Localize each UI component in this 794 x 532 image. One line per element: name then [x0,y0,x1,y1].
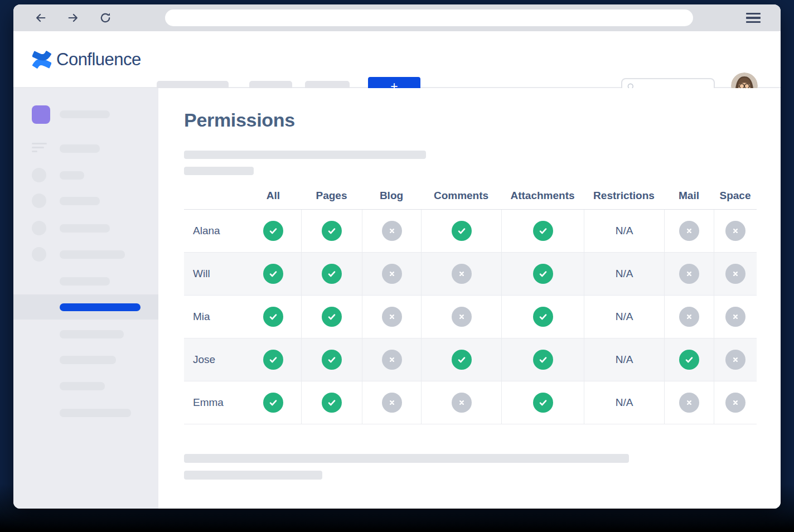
permission-cell [362,338,421,381]
permission-granted-icon[interactable] [533,393,553,413]
permission-denied-icon[interactable] [679,307,699,327]
permission-cell [664,381,714,424]
sidebar-item-placeholder[interactable] [60,144,100,153]
text-placeholder [184,454,629,463]
sidebar-item-placeholder[interactable] [60,277,110,286]
menu-icon [746,13,761,14]
permission-denied-icon[interactable] [725,350,745,370]
permission-denied-icon[interactable] [452,393,472,413]
permission-granted-icon[interactable] [533,307,553,327]
permission-cell [362,253,421,295]
browser-menu-button[interactable] [745,9,762,26]
permission-granted-icon[interactable] [533,264,553,284]
na-label: N/A [616,354,633,366]
permission-cell [245,253,301,295]
permission-cell [301,296,362,338]
permission-granted-icon[interactable] [263,350,283,370]
permission-granted-icon[interactable] [533,221,553,241]
menu-icon [746,21,761,23]
permission-granted-icon[interactable] [263,264,283,284]
column-header-attachments: Attachments [501,190,584,202]
permission-granted-icon[interactable] [322,393,342,413]
permission-granted-icon[interactable] [322,264,342,284]
refresh-icon [99,12,112,24]
permission-denied-icon[interactable] [382,350,402,370]
arrow-right-icon [67,12,79,24]
permission-cell [421,338,501,381]
permission-cell: N/A [584,338,664,381]
permission-granted-icon[interactable] [322,221,342,241]
permission-denied-icon[interactable] [679,221,699,241]
brand-wordmark: Confluence [56,50,141,70]
sidebar-item-placeholder[interactable] [60,356,116,364]
permission-granted-icon[interactable] [452,221,472,241]
permission-cell [301,253,362,295]
forward-button[interactable] [65,9,81,26]
permission-granted-icon[interactable] [263,307,283,327]
permission-denied-icon[interactable] [382,393,402,413]
sidebar-item-placeholder[interactable] [60,224,110,233]
table-row: AlanaN/A [184,210,757,253]
permission-denied-icon[interactable] [679,264,699,284]
permission-denied-icon[interactable] [452,264,472,284]
permission-denied-icon[interactable] [452,307,472,327]
url-bar[interactable] [165,9,693,26]
active-item-highlight [60,303,141,311]
column-header-all: All [245,190,301,202]
permission-denied-icon[interactable] [725,264,745,284]
confluence-logo[interactable]: Confluence [32,50,141,70]
permission-granted-icon[interactable] [679,350,699,370]
permission-cell [245,381,301,424]
sidebar-item-placeholder[interactable] [60,250,125,259]
permission-denied-icon[interactable] [679,393,699,413]
permission-cell [714,253,757,295]
permission-denied-icon[interactable] [382,221,402,241]
refresh-button[interactable] [97,9,114,26]
back-button[interactable] [32,9,49,26]
permission-cell [362,381,421,424]
row-name: Emma [184,381,245,424]
permission-granted-icon[interactable] [533,350,553,370]
permission-cell: N/A [584,296,664,338]
sidebar-bullet-icon [32,247,46,262]
row-name: Will [184,253,245,295]
permission-cell [664,253,714,295]
sidebar-item-placeholder[interactable] [60,110,110,118]
page-title: Permissions [184,109,781,131]
main-content: Permissions AllPagesBlogCommentsAttachme… [158,88,781,509]
row-name: Mia [184,296,245,338]
sidebar-item-placeholder[interactable] [60,330,124,338]
permission-cell [245,210,301,252]
permission-cell [245,338,301,381]
permission-cell [421,253,501,295]
permission-cell [362,210,421,252]
permission-granted-icon[interactable] [452,350,472,370]
permission-denied-icon[interactable] [382,307,402,327]
permission-granted-icon[interactable] [263,221,283,241]
sidebar-item-placeholder[interactable] [60,197,100,205]
permission-denied-icon[interactable] [725,393,745,413]
permission-granted-icon[interactable] [263,393,283,413]
sidebar-item-permissions-active[interactable] [13,294,158,320]
sidebar-item-placeholder[interactable] [60,409,131,417]
column-header-mail: Mail [664,190,714,202]
permission-denied-icon[interactable] [725,221,745,241]
permission-granted-icon[interactable] [322,350,342,370]
table-row: WillN/A [184,253,757,296]
space-avatar-icon[interactable] [32,105,50,124]
sidebar-item-placeholder[interactable] [60,382,105,390]
permission-denied-icon[interactable] [725,307,745,327]
permission-cell [501,253,584,295]
permission-cell [301,210,362,252]
sidebar-bullet-icon [32,168,46,182]
column-header-comments: Comments [421,190,501,202]
text-placeholder [184,167,254,175]
permission-denied-icon[interactable] [382,264,402,284]
permission-cell [245,296,301,338]
sidebar-item-placeholder[interactable] [60,171,84,180]
permission-cell [714,381,757,424]
text-placeholder [184,151,426,159]
permission-granted-icon[interactable] [322,307,342,327]
permission-cell [664,296,714,338]
app-header: Confluence + [13,31,781,88]
